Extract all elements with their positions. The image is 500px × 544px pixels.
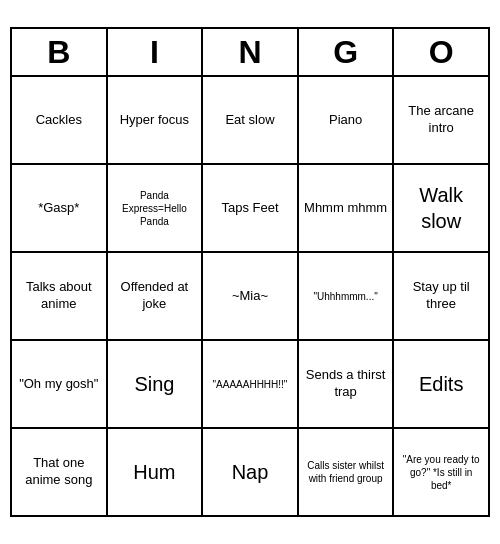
- bingo-cell: Panda Express=Hello Panda: [108, 165, 204, 253]
- bingo-cell: Taps Feet: [203, 165, 299, 253]
- bingo-cell: Eat slow: [203, 77, 299, 165]
- bingo-cell: "Oh my gosh": [12, 341, 108, 429]
- bingo-cell: That one anime song: [12, 429, 108, 517]
- bingo-card: BINGO CacklesHyper focusEat slowPianoThe…: [10, 27, 490, 517]
- bingo-cell: ~Mia~: [203, 253, 299, 341]
- bingo-cell: Piano: [299, 77, 395, 165]
- bingo-cell: Talks about anime: [12, 253, 108, 341]
- bingo-cell: Nap: [203, 429, 299, 517]
- bingo-cell: Sends a thirst trap: [299, 341, 395, 429]
- bingo-cell: The arcane intro: [394, 77, 490, 165]
- header-letter: N: [203, 29, 299, 77]
- bingo-cell: Calls sister whilst with friend group: [299, 429, 395, 517]
- header-letter: G: [299, 29, 395, 77]
- bingo-cell: Offended at joke: [108, 253, 204, 341]
- bingo-cell: Walk slow: [394, 165, 490, 253]
- bingo-cell: "Are you ready to go?" *Is still in bed*: [394, 429, 490, 517]
- bingo-cell: Sing: [108, 341, 204, 429]
- bingo-cell: Hum: [108, 429, 204, 517]
- bingo-cell: Stay up til three: [394, 253, 490, 341]
- bingo-cell: "AAAAAHHHH!!": [203, 341, 299, 429]
- bingo-grid: CacklesHyper focusEat slowPianoThe arcan…: [10, 77, 490, 517]
- bingo-cell: "Uhhhmmm...": [299, 253, 395, 341]
- bingo-cell: Edits: [394, 341, 490, 429]
- header-letter: B: [12, 29, 108, 77]
- bingo-cell: Cackles: [12, 77, 108, 165]
- bingo-cell: Mhmm mhmm: [299, 165, 395, 253]
- header-letter: I: [108, 29, 204, 77]
- bingo-cell: Hyper focus: [108, 77, 204, 165]
- bingo-cell: *Gasp*: [12, 165, 108, 253]
- header-letter: O: [394, 29, 490, 77]
- bingo-header: BINGO: [10, 27, 490, 77]
